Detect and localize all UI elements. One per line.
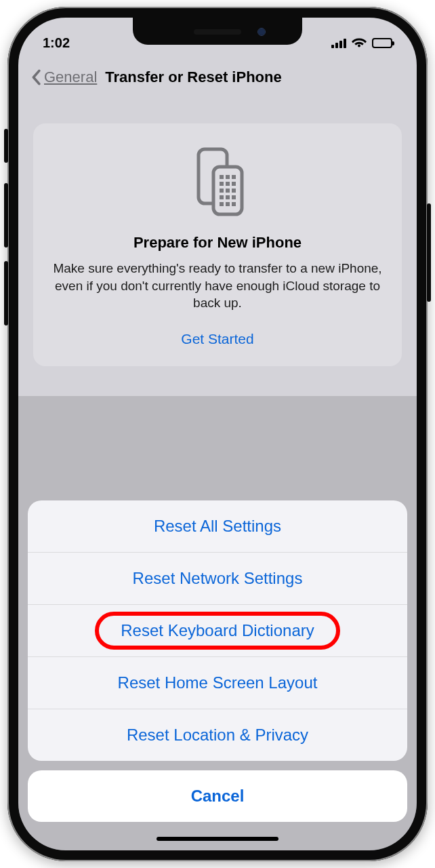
card-description: Make sure everything's ready to transfer… xyxy=(51,260,384,312)
status-time: 1:02 xyxy=(43,35,70,51)
reset-keyboard-dictionary-option[interactable]: Reset Keyboard Dictionary xyxy=(28,605,407,657)
reset-location-privacy-option[interactable]: Reset Location & Privacy xyxy=(28,709,407,761)
svg-rect-2 xyxy=(220,175,224,179)
option-label: Reset All Settings xyxy=(154,517,281,535)
option-label: Reset Home Screen Layout xyxy=(118,673,318,692)
option-label: Reset Network Settings xyxy=(133,569,303,587)
reset-all-settings-option[interactable]: Reset All Settings xyxy=(28,500,407,553)
svg-rect-10 xyxy=(232,189,236,193)
notch xyxy=(133,18,302,45)
svg-rect-8 xyxy=(220,189,224,193)
phone-frame: 1:02 General Transfer or Reset iPhone xyxy=(7,7,428,861)
chevron-left-icon xyxy=(30,69,41,85)
reset-network-settings-option[interactable]: Reset Network Settings xyxy=(28,553,407,605)
page-title: Transfer or Reset iPhone xyxy=(105,68,281,86)
side-button xyxy=(427,203,431,302)
back-label: General xyxy=(44,68,97,86)
cancel-label: Cancel xyxy=(191,787,245,805)
svg-rect-7 xyxy=(232,182,236,186)
svg-rect-16 xyxy=(232,202,236,206)
wifi-icon xyxy=(352,37,367,48)
action-sheet: Reset All Settings Reset Network Setting… xyxy=(28,500,407,761)
cancel-button[interactable]: Cancel xyxy=(28,770,407,822)
svg-rect-11 xyxy=(220,195,224,199)
card-title: Prepare for New iPhone xyxy=(51,234,384,252)
mute-switch xyxy=(4,129,8,163)
svg-rect-5 xyxy=(220,182,224,186)
svg-rect-9 xyxy=(226,189,230,193)
cellular-signal-icon xyxy=(331,38,346,48)
svg-rect-13 xyxy=(232,195,236,199)
svg-rect-12 xyxy=(226,195,230,199)
transfer-devices-icon xyxy=(51,146,384,218)
reset-home-screen-layout-option[interactable]: Reset Home Screen Layout xyxy=(28,657,407,709)
action-sheet-container: Reset All Settings Reset Network Setting… xyxy=(18,500,417,850)
option-label: Reset Location & Privacy xyxy=(127,726,308,744)
status-right xyxy=(331,37,392,48)
svg-rect-4 xyxy=(232,175,236,179)
home-indicator[interactable] xyxy=(157,837,278,841)
back-button[interactable]: General xyxy=(30,68,97,86)
svg-rect-14 xyxy=(220,202,224,206)
battery-icon xyxy=(372,38,392,48)
volume-down-button xyxy=(4,261,8,326)
svg-rect-15 xyxy=(226,202,230,206)
navigation-bar: General Transfer or Reset iPhone xyxy=(18,58,417,96)
content-area: Prepare for New iPhone Make sure everyth… xyxy=(18,96,417,366)
get-started-button[interactable]: Get Started xyxy=(51,331,384,347)
svg-rect-3 xyxy=(226,175,230,179)
option-label: Reset Keyboard Dictionary xyxy=(121,621,314,639)
screen: 1:02 General Transfer or Reset iPhone xyxy=(18,18,417,850)
volume-up-button xyxy=(4,183,8,248)
svg-rect-6 xyxy=(226,182,230,186)
prepare-card: Prepare for New iPhone Make sure everyth… xyxy=(33,123,402,366)
